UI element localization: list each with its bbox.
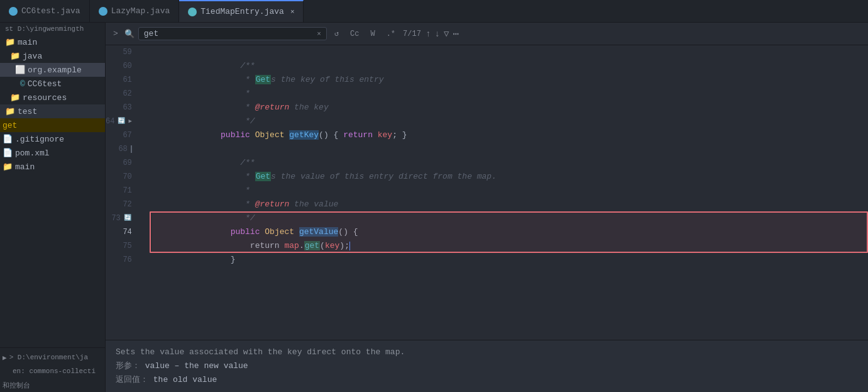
line-72: 72: [106, 198, 140, 211]
sidebar-console[interactable]: 和控制台: [0, 378, 105, 392]
sidebar-item-label-cc6test: CC6test: [28, 79, 62, 89]
search-bar: > 🔍 × ↺ Cc W .* 7/17 ↑ ↓ ▽ ⋯: [106, 23, 868, 45]
sidebar-item-label-main: main: [18, 38, 37, 47]
sidebar-item-label-pom: pom.xml: [15, 148, 50, 158]
doc-return-value: the old value: [153, 375, 217, 384]
sidebar-item-label-main2: main: [15, 162, 35, 172]
code-line-75: }: [152, 239, 868, 253]
sidebar-console-label: 和控制台: [3, 381, 30, 390]
search-nav-down[interactable]: ↓: [434, 29, 439, 39]
sidebar-item-org-example[interactable]: ⬜ org.example: [0, 63, 105, 77]
sidebar-item-pomxml[interactable]: 📄 pom.xml: [0, 146, 105, 160]
highlighted-block: public Object getValue() { return map.ge…: [152, 211, 868, 253]
tab-tiedmapentry[interactable]: TiedMapEntry.java ×: [179, 0, 304, 22]
line-59: 59: [106, 45, 140, 59]
run-icon-73[interactable]: 🔄: [123, 214, 132, 223]
code-line-60: * Gets the key of this entry: [152, 59, 868, 73]
line-63: 63: [106, 101, 140, 115]
line-73: 73 🔄: [106, 211, 140, 225]
sidebar-env-label: > D:\environment\ja: [9, 354, 88, 361]
sidebar-item-label-test: test: [18, 107, 37, 116]
line-69: 69: [106, 156, 140, 170]
sidebar-path: st D:\yingwenmingth: [0, 23, 105, 35]
line-67: 67: [106, 128, 140, 142]
code-line-74: return map.get(key);: [152, 225, 868, 239]
tab-label-cc6test: CC6test.java: [21, 6, 80, 16]
expand-icon: ▶: [3, 354, 7, 362]
run-icon-64[interactable]: 🔄: [117, 117, 126, 126]
code-line-59: /**: [152, 45, 868, 59]
tab-icon-cc6test: [9, 7, 18, 16]
tab-cc6test[interactable]: CC6test.java: [0, 0, 90, 22]
sidebar-commons[interactable]: en: commons-collecti: [0, 364, 105, 378]
sidebar-item-main2[interactable]: 📁 main: [0, 160, 105, 174]
bottom-refs: ▶ > D:\environment\ja en: commons-collec…: [0, 350, 105, 392]
search-icon[interactable]: 🔍: [124, 29, 135, 39]
tab-icon-lazymap: [99, 7, 107, 16]
code-line-61: *: [152, 73, 868, 87]
package-icon: ⬜: [15, 65, 25, 75]
folder-icon-main2: 📁: [3, 162, 13, 172]
line-71: 71: [106, 184, 140, 198]
code-line-70: *: [152, 170, 868, 184]
code-line-73: public Object getValue() {: [152, 211, 868, 225]
line-75: 75: [106, 239, 140, 253]
code-line-69: * Gets the value of this entry direct fr…: [152, 156, 868, 170]
search-word-toggle[interactable]: W: [366, 28, 378, 40]
tab-icon-tiedmapentry: [188, 8, 197, 16]
content-area: > 🔍 × ↺ Cc W .* 7/17 ↑ ↓ ▽ ⋯ 59 60 61 62: [106, 23, 868, 392]
code-line-63: */: [152, 101, 868, 115]
sidebar-item-test[interactable]: 📁 test: [0, 104, 105, 118]
file-icon-pom: 📄: [3, 148, 13, 158]
code-line-67: [152, 128, 868, 142]
sidebar-item-cc6test[interactable]: © CC6test: [0, 77, 105, 91]
search-more-button[interactable]: ⋯: [453, 28, 458, 40]
code-line-71: * @return the value: [152, 184, 868, 198]
code-content[interactable]: /** * Gets the key of this entry * * @re…: [147, 45, 868, 340]
search-case-toggle[interactable]: Cc: [346, 28, 363, 40]
code-line-76: [152, 253, 868, 267]
search-clear-button[interactable]: ×: [317, 30, 321, 38]
sidebar-path-label: st D:\yingwenmingth: [5, 25, 84, 33]
sidebar-item-resources[interactable]: 📁 resources: [0, 91, 105, 104]
search-input-container: ×: [138, 27, 327, 40]
search-nav-up[interactable]: ↑: [426, 29, 431, 39]
line-68: 68: [106, 142, 140, 156]
doc-param-label: 形参：: [116, 361, 140, 371]
sidebar-item-java[interactable]: 📁 java: [0, 49, 105, 63]
code-line-68: /**: [152, 142, 868, 156]
sidebar-env[interactable]: ▶ > D:\environment\ja: [0, 350, 105, 364]
sidebar-item-label-resources: resources: [23, 93, 67, 103]
doc-return-row: 返回值： the old value: [116, 373, 858, 387]
line-61: 61: [106, 73, 140, 87]
search-input[interactable]: [144, 29, 313, 38]
tab-lazymap[interactable]: LazyMap.java: [90, 0, 180, 22]
search-filter-button[interactable]: ▽: [444, 28, 449, 39]
sidebar-item-main[interactable]: 📁 main: [0, 35, 105, 49]
folder-icon: 📁: [10, 51, 20, 61]
line-74: 74: [106, 225, 140, 239]
doc-param-row: 形参： value – the new value: [116, 359, 858, 373]
tab-close-tiedmapentry[interactable]: ×: [290, 8, 295, 16]
code-line-62: * @return the key: [152, 87, 868, 101]
folder-icon: 📁: [5, 37, 15, 47]
sidebar-item-label-gitignore: .gitignore: [15, 135, 64, 144]
line-76: 76: [106, 253, 140, 267]
line-62: 62: [106, 87, 140, 101]
tab-label-lazymap: LazyMap.java: [111, 6, 170, 16]
class-icon: ©: [20, 79, 25, 89]
editor-area: 59 60 61 62 63 64 🔄 ▶ 67 68 69 70 71 72: [106, 45, 868, 340]
sidebar-item-gitignore[interactable]: 📄 .gitignore: [0, 132, 105, 146]
search-regex-toggle[interactable]: ↺: [331, 27, 343, 40]
tab-bar: CC6test.java LazyMap.java TiedMapEntry.j…: [0, 0, 868, 23]
search-expand-button[interactable]: >: [111, 28, 121, 40]
chevron-icon-64[interactable]: ▶: [128, 115, 131, 128]
line-numbers: 59 60 61 62 63 64 🔄 ▶ 67 68 69 70 71 72: [106, 45, 147, 340]
sidebar-item-get[interactable]: get: [0, 118, 105, 132]
search-regex-btn[interactable]: .*: [383, 28, 399, 40]
doc-text: Sets the value associated with the key d…: [116, 345, 858, 359]
doc-panel: Sets the value associated with the key d…: [106, 340, 868, 392]
code-line-72: */: [152, 198, 868, 211]
sidebar: st D:\yingwenmingth 📁 main 📁 java ⬜ org.…: [0, 23, 106, 392]
line-70: 70: [106, 170, 140, 184]
